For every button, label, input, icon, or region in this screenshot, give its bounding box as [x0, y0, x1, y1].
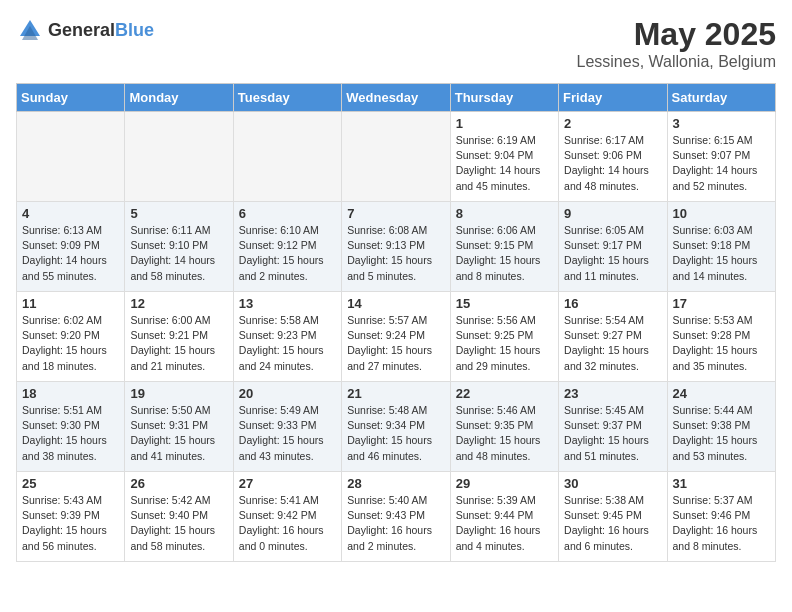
logo-blue: Blue — [115, 20, 154, 40]
day-info: Sunrise: 5:56 AM Sunset: 9:25 PM Dayligh… — [456, 313, 553, 374]
day-number: 4 — [22, 206, 119, 221]
day-info: Sunrise: 6:19 AM Sunset: 9:04 PM Dayligh… — [456, 133, 553, 194]
day-info: Sunrise: 6:11 AM Sunset: 9:10 PM Dayligh… — [130, 223, 227, 284]
day-info: Sunrise: 6:10 AM Sunset: 9:12 PM Dayligh… — [239, 223, 336, 284]
day-info: Sunrise: 6:00 AM Sunset: 9:21 PM Dayligh… — [130, 313, 227, 374]
day-number: 16 — [564, 296, 661, 311]
calendar-week-row: 1Sunrise: 6:19 AM Sunset: 9:04 PM Daylig… — [17, 112, 776, 202]
day-info: Sunrise: 5:51 AM Sunset: 9:30 PM Dayligh… — [22, 403, 119, 464]
day-info: Sunrise: 5:40 AM Sunset: 9:43 PM Dayligh… — [347, 493, 444, 554]
day-number: 14 — [347, 296, 444, 311]
day-info: Sunrise: 5:44 AM Sunset: 9:38 PM Dayligh… — [673, 403, 770, 464]
day-number: 3 — [673, 116, 770, 131]
calendar-cell — [17, 112, 125, 202]
day-info: Sunrise: 5:50 AM Sunset: 9:31 PM Dayligh… — [130, 403, 227, 464]
day-number: 21 — [347, 386, 444, 401]
day-info: Sunrise: 5:42 AM Sunset: 9:40 PM Dayligh… — [130, 493, 227, 554]
day-info: Sunrise: 6:06 AM Sunset: 9:15 PM Dayligh… — [456, 223, 553, 284]
day-info: Sunrise: 5:58 AM Sunset: 9:23 PM Dayligh… — [239, 313, 336, 374]
day-info: Sunrise: 5:43 AM Sunset: 9:39 PM Dayligh… — [22, 493, 119, 554]
calendar-cell: 4Sunrise: 6:13 AM Sunset: 9:09 PM Daylig… — [17, 202, 125, 292]
calendar-cell: 17Sunrise: 5:53 AM Sunset: 9:28 PM Dayli… — [667, 292, 775, 382]
logo-icon — [16, 16, 44, 44]
weekday-header: Thursday — [450, 84, 558, 112]
calendar-cell — [233, 112, 341, 202]
calendar-cell: 8Sunrise: 6:06 AM Sunset: 9:15 PM Daylig… — [450, 202, 558, 292]
calendar-cell: 22Sunrise: 5:46 AM Sunset: 9:35 PM Dayli… — [450, 382, 558, 472]
calendar-cell — [342, 112, 450, 202]
day-info: Sunrise: 5:39 AM Sunset: 9:44 PM Dayligh… — [456, 493, 553, 554]
calendar-table: SundayMondayTuesdayWednesdayThursdayFrid… — [16, 83, 776, 562]
calendar-cell: 5Sunrise: 6:11 AM Sunset: 9:10 PM Daylig… — [125, 202, 233, 292]
day-number: 6 — [239, 206, 336, 221]
calendar-cell: 31Sunrise: 5:37 AM Sunset: 9:46 PM Dayli… — [667, 472, 775, 562]
calendar-cell: 20Sunrise: 5:49 AM Sunset: 9:33 PM Dayli… — [233, 382, 341, 472]
day-number: 22 — [456, 386, 553, 401]
day-number: 17 — [673, 296, 770, 311]
day-number: 7 — [347, 206, 444, 221]
day-info: Sunrise: 6:13 AM Sunset: 9:09 PM Dayligh… — [22, 223, 119, 284]
day-number: 26 — [130, 476, 227, 491]
day-number: 29 — [456, 476, 553, 491]
day-number: 15 — [456, 296, 553, 311]
weekday-header-row: SundayMondayTuesdayWednesdayThursdayFrid… — [17, 84, 776, 112]
calendar-cell: 3Sunrise: 6:15 AM Sunset: 9:07 PM Daylig… — [667, 112, 775, 202]
calendar-cell: 11Sunrise: 6:02 AM Sunset: 9:20 PM Dayli… — [17, 292, 125, 382]
main-title: May 2025 — [577, 16, 777, 53]
day-info: Sunrise: 5:54 AM Sunset: 9:27 PM Dayligh… — [564, 313, 661, 374]
day-info: Sunrise: 5:38 AM Sunset: 9:45 PM Dayligh… — [564, 493, 661, 554]
day-info: Sunrise: 5:37 AM Sunset: 9:46 PM Dayligh… — [673, 493, 770, 554]
logo-general: General — [48, 20, 115, 40]
calendar-cell: 16Sunrise: 5:54 AM Sunset: 9:27 PM Dayli… — [559, 292, 667, 382]
day-number: 25 — [22, 476, 119, 491]
weekday-header: Wednesday — [342, 84, 450, 112]
calendar-week-row: 18Sunrise: 5:51 AM Sunset: 9:30 PM Dayli… — [17, 382, 776, 472]
weekday-header: Monday — [125, 84, 233, 112]
page-header: GeneralBlue May 2025 Lessines, Wallonia,… — [16, 16, 776, 71]
day-number: 11 — [22, 296, 119, 311]
calendar-cell: 24Sunrise: 5:44 AM Sunset: 9:38 PM Dayli… — [667, 382, 775, 472]
calendar-cell: 30Sunrise: 5:38 AM Sunset: 9:45 PM Dayli… — [559, 472, 667, 562]
day-info: Sunrise: 6:15 AM Sunset: 9:07 PM Dayligh… — [673, 133, 770, 194]
day-info: Sunrise: 5:57 AM Sunset: 9:24 PM Dayligh… — [347, 313, 444, 374]
calendar-cell — [125, 112, 233, 202]
day-number: 5 — [130, 206, 227, 221]
day-number: 12 — [130, 296, 227, 311]
day-info: Sunrise: 5:41 AM Sunset: 9:42 PM Dayligh… — [239, 493, 336, 554]
calendar-cell: 13Sunrise: 5:58 AM Sunset: 9:23 PM Dayli… — [233, 292, 341, 382]
day-info: Sunrise: 5:53 AM Sunset: 9:28 PM Dayligh… — [673, 313, 770, 374]
weekday-header: Tuesday — [233, 84, 341, 112]
day-info: Sunrise: 6:02 AM Sunset: 9:20 PM Dayligh… — [22, 313, 119, 374]
calendar-cell: 10Sunrise: 6:03 AM Sunset: 9:18 PM Dayli… — [667, 202, 775, 292]
day-number: 19 — [130, 386, 227, 401]
day-number: 2 — [564, 116, 661, 131]
day-number: 30 — [564, 476, 661, 491]
day-info: Sunrise: 6:08 AM Sunset: 9:13 PM Dayligh… — [347, 223, 444, 284]
calendar-week-row: 11Sunrise: 6:02 AM Sunset: 9:20 PM Dayli… — [17, 292, 776, 382]
calendar-cell: 6Sunrise: 6:10 AM Sunset: 9:12 PM Daylig… — [233, 202, 341, 292]
calendar-cell: 26Sunrise: 5:42 AM Sunset: 9:40 PM Dayli… — [125, 472, 233, 562]
day-number: 20 — [239, 386, 336, 401]
subtitle: Lessines, Wallonia, Belgium — [577, 53, 777, 71]
calendar-cell: 28Sunrise: 5:40 AM Sunset: 9:43 PM Dayli… — [342, 472, 450, 562]
day-info: Sunrise: 6:03 AM Sunset: 9:18 PM Dayligh… — [673, 223, 770, 284]
day-number: 23 — [564, 386, 661, 401]
logo: GeneralBlue — [16, 16, 154, 44]
day-info: Sunrise: 5:46 AM Sunset: 9:35 PM Dayligh… — [456, 403, 553, 464]
day-info: Sunrise: 5:49 AM Sunset: 9:33 PM Dayligh… — [239, 403, 336, 464]
day-info: Sunrise: 5:45 AM Sunset: 9:37 PM Dayligh… — [564, 403, 661, 464]
day-number: 28 — [347, 476, 444, 491]
calendar-cell: 14Sunrise: 5:57 AM Sunset: 9:24 PM Dayli… — [342, 292, 450, 382]
calendar-cell: 23Sunrise: 5:45 AM Sunset: 9:37 PM Dayli… — [559, 382, 667, 472]
day-number: 1 — [456, 116, 553, 131]
day-number: 8 — [456, 206, 553, 221]
day-number: 31 — [673, 476, 770, 491]
calendar-cell: 12Sunrise: 6:00 AM Sunset: 9:21 PM Dayli… — [125, 292, 233, 382]
weekday-header: Sunday — [17, 84, 125, 112]
weekday-header: Friday — [559, 84, 667, 112]
weekday-header: Saturday — [667, 84, 775, 112]
calendar-cell: 9Sunrise: 6:05 AM Sunset: 9:17 PM Daylig… — [559, 202, 667, 292]
day-number: 18 — [22, 386, 119, 401]
day-number: 24 — [673, 386, 770, 401]
calendar-week-row: 4Sunrise: 6:13 AM Sunset: 9:09 PM Daylig… — [17, 202, 776, 292]
